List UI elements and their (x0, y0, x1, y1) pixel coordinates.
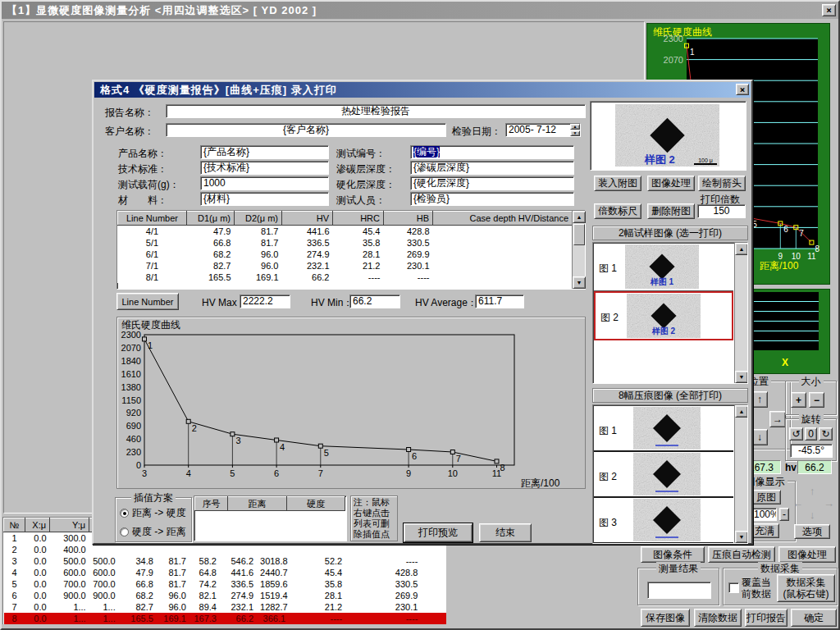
clear-data-button[interactable]: 清除数据 (694, 609, 742, 627)
scroll-down-button[interactable]: ▼ (735, 531, 748, 543)
load-field[interactable]: 1000 (200, 176, 329, 190)
move-up-button[interactable]: ↑ (751, 391, 768, 408)
indent-list-scrollbar[interactable]: ▲ ▼ (734, 405, 747, 543)
inspect-date-field[interactable]: 2005- 7-12 ▲ ▼ (505, 123, 581, 137)
dialog-titlebar[interactable]: 格式4 《硬度测量报告》[曲线+压痕] 录入打印 (94, 82, 751, 98)
table-row[interactable]: 5/166.881.7336.535.8330.5 (118, 237, 573, 249)
sample-list-scrollbar[interactable]: ▲ ▼ (734, 243, 747, 383)
column-header[interactable]: X:μ (25, 518, 50, 532)
print-report-button[interactable]: 打印报告 (745, 609, 788, 627)
indent-image-item[interactable]: 图 2 (594, 452, 733, 498)
move-down-button[interactable]: ↓ (751, 429, 768, 445)
table-row[interactable]: 4/147.981.7441.645.4428.8 (118, 226, 573, 237)
column-header[interactable]: Case depth HV/Distance (433, 212, 573, 226)
standard-field[interactable]: {技术标准} (200, 161, 329, 175)
end-button[interactable]: 结束 (479, 523, 532, 542)
auto-detect-button[interactable]: 压痕自动检测 (708, 546, 775, 563)
table-row[interactable]: 7/182.796.0232.121.2230.1 (118, 260, 573, 272)
column-header[interactable]: D2(μ m) (235, 212, 282, 226)
column-header[interactable]: 距离 (228, 497, 287, 511)
scale-ruler-button[interactable]: 倍数标尺 (594, 203, 641, 219)
column-header[interactable]: HRC (333, 212, 384, 226)
scroll-up-button[interactable]: ▲ (735, 243, 748, 255)
measure-result-field[interactable] (647, 582, 711, 599)
table-row[interactable]: 6/168.296.0274.928.1269.9 (118, 249, 573, 260)
test-no-field[interactable]: {编号} (410, 145, 574, 159)
image-condition-button[interactable]: 图像条件 (641, 546, 705, 563)
hv-average-field[interactable]: 611.7 (475, 294, 524, 308)
table-row[interactable]: 30.0500.0500.034.881.758.2546.23018.852.… (4, 555, 446, 567)
draw-arrow-button[interactable]: 绘制箭头 (698, 176, 746, 191)
ok-button[interactable]: 确定 (791, 609, 837, 627)
material-field[interactable]: {材料} (200, 192, 329, 206)
column-header[interactable]: HV (282, 212, 333, 226)
zoom-in-button[interactable]: + (791, 392, 806, 408)
column-header[interactable]: 序号 (195, 497, 228, 511)
pan-right-icon[interactable]: → (824, 497, 834, 509)
column-header[interactable]: Line Number (118, 212, 187, 226)
acquire-button[interactable]: 数据采集 (鼠标右键) (777, 574, 835, 602)
table-row[interactable]: 8/1165.5169.166.2-------- (118, 272, 573, 283)
scrollbar-thumb[interactable] (573, 224, 585, 245)
attachment-preview[interactable]: 样图 2 100 μ (590, 101, 746, 171)
window-close-button[interactable]: × (822, 4, 836, 16)
results-table-scrollbar[interactable]: ▲ ▼ (572, 211, 585, 289)
table-row[interactable]: 80.01...1...165.5169.1167.366.2366.1----… (4, 613, 446, 624)
scroll-down-button[interactable]: ▼ (573, 276, 586, 289)
window-titlebar[interactable]: 【1】显微硬度图像测量分析 <用四边调整选区> [ YD 2002 ] (2, 2, 838, 19)
options-button[interactable]: 选项 (794, 524, 830, 539)
delete-attachment-button[interactable]: 删除附图 (647, 203, 695, 219)
rotate-zero-button[interactable]: 0 (805, 427, 817, 441)
overwrite-checkbox[interactable] (728, 582, 739, 593)
pan-up-icon[interactable]: ↑ (810, 485, 815, 497)
pan-left-icon[interactable]: ← (792, 497, 803, 509)
hv-min-field[interactable]: 66.2 (349, 294, 400, 308)
customer-field[interactable]: {客户名称} (166, 123, 446, 137)
image-process-button[interactable]: 图像处理 (778, 546, 836, 563)
move-right-button[interactable]: → (769, 411, 786, 427)
original-size-button[interactable]: 原图 (751, 490, 781, 504)
column-header[interactable]: 硬度 (287, 497, 345, 511)
table-row[interactable]: 50.0700.0700.066.881.774.2336.51859.635.… (4, 578, 446, 590)
column-header[interactable]: Y:μ (50, 518, 89, 532)
pan-down-icon[interactable]: ↓ (810, 509, 815, 521)
column-header[interactable]: HB (384, 212, 433, 226)
column-header[interactable]: № (4, 518, 25, 532)
print-preview-button[interactable]: 打印预览 (404, 523, 472, 542)
fit-button[interactable]: 充满 (750, 523, 779, 538)
sample-image-item[interactable]: 图 2样图 2 (594, 291, 733, 340)
line-number-button[interactable]: Line Number (116, 293, 179, 310)
radio-distance-to-hardness[interactable]: 距离 -> 硬度 (120, 506, 186, 520)
print-zoom-field[interactable]: 150 (697, 204, 746, 218)
zoom-decrease-button[interactable]: - (779, 508, 789, 521)
attachment-process-button[interactable]: 图像处理 (647, 176, 695, 191)
zoom-out-button[interactable]: − (809, 392, 824, 408)
table-row[interactable]: 60.0900.0900.068.296.082.1274.91519.428.… (4, 590, 446, 601)
tester-field[interactable]: {检验员} (410, 192, 574, 206)
date-spin-down-button[interactable]: ▼ (570, 130, 580, 136)
radio-hardness-to-distance[interactable]: 硬度 -> 距离 (120, 525, 186, 539)
column-header[interactable]: D1(μ m) (187, 212, 235, 226)
rotate-angle-field[interactable]: -45.5° (790, 444, 833, 458)
interp-table-container[interactable]: 序号距离硬度 (194, 495, 347, 541)
scroll-up-button[interactable]: ▲ (573, 211, 586, 223)
indent-image-item[interactable]: 图 1 (594, 406, 733, 452)
indent-image-item[interactable]: 图 3 (594, 498, 733, 544)
table-row[interactable]: 20.0400.0 (4, 544, 446, 555)
table-row[interactable]: 70.01...1...82.796.089.4232.11282.721.22… (4, 601, 446, 613)
hardened-field[interactable]: {硬化层深度} (410, 176, 574, 190)
save-image-button[interactable]: 保存图像 (641, 609, 690, 627)
scroll-down-button[interactable]: ▼ (735, 371, 748, 383)
sample-image-item[interactable]: 图 1样图 1 (594, 244, 733, 291)
table-row[interactable]: 40.0600.0600.047.981.764.8441.62440.745.… (4, 567, 446, 578)
product-field[interactable]: {产品名称} (200, 145, 329, 159)
report-name-field[interactable]: 热处理检验报告 (166, 104, 586, 118)
scroll-up-button[interactable]: ▲ (735, 405, 748, 418)
rotate-ccw-button[interactable]: ↺ (789, 427, 803, 441)
dialog-close-button[interactable]: × (736, 84, 749, 95)
rotate-cw-button[interactable]: ↻ (819, 427, 833, 441)
zoom-level-field[interactable]: 100% (751, 508, 777, 521)
carburized-field[interactable]: {渗碳层深度} (410, 161, 574, 175)
hv-max-field[interactable]: 2222.2 (240, 294, 290, 308)
load-attachment-button[interactable]: 装入附图 (594, 176, 641, 191)
